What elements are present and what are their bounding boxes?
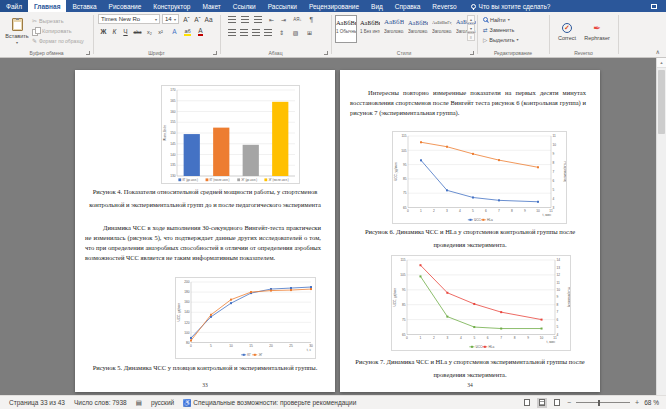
sort-button[interactable]: АЯ↓ (292, 14, 303, 25)
ribbon-tab-6[interactable]: Ссылки (227, 0, 262, 12)
scissors-icon: ✂ (32, 17, 37, 24)
web-layout-button[interactable] (552, 398, 562, 408)
figure5-line-chart[interactable]: 80100120140160180200051015202530t, сЧСС,… (175, 277, 316, 359)
text-effects-button[interactable]: А (169, 26, 180, 37)
shrink-font-button[interactable]: Аˇ (192, 14, 203, 25)
lightbulb-icon (471, 4, 476, 9)
ribbon-tab-11[interactable]: Reverso (426, 0, 462, 12)
zoom-level[interactable]: 68 % (644, 399, 659, 406)
figure6-caption[interactable]: Рисунок 6. Динамика ЧСС и HLа у спортсме… (354, 225, 586, 251)
figure7-line-chart[interactable]: 6575859510511545678910111213140123456789… (391, 255, 571, 351)
accessibility-checker[interactable]: ♿Специальные возможности: проверьте реко… (183, 399, 356, 407)
body-paragraph-left[interactable]: Динамика ЧСС в ходе выполнения 30-секунд… (85, 223, 321, 263)
document-page-right[interactable]: Интересны повторно измеренные показатели… (340, 70, 600, 392)
svg-text:9: 9 (527, 336, 529, 340)
styles-dialog-launcher[interactable] (470, 51, 474, 55)
zoom-in-button[interactable]: + (635, 399, 639, 406)
numbered-list-button[interactable] (239, 14, 250, 25)
style-card-0[interactable]: АаБбВвГг,1 Обычный (335, 15, 357, 43)
increase-indent-button[interactable]: ⇥ (278, 14, 289, 25)
scroll-up-icon[interactable]: ▲ (657, 58, 666, 68)
print-layout-button[interactable] (537, 398, 547, 408)
collapse-ribbon-button[interactable]: ∧ (656, 48, 660, 55)
font-dialog-launcher[interactable] (213, 51, 217, 55)
subscript-button[interactable]: x₂ (144, 26, 155, 37)
replace-button[interactable]: ⇄Заменить (483, 25, 514, 34)
style-gallery-down-button[interactable]: ▾ (467, 24, 475, 32)
grow-font-button[interactable]: Аˆ (181, 14, 192, 25)
word-count[interactable]: Число слов: 7938 (74, 399, 127, 406)
svg-text:135: 135 (170, 163, 176, 167)
align-left-button[interactable] (226, 27, 237, 38)
ribbon-tab-3[interactable]: Рисование (103, 0, 148, 12)
bold-button[interactable]: Ж (98, 26, 109, 37)
underline-button[interactable]: Ч (120, 26, 131, 37)
line-spacing-button[interactable]: ⇕ (276, 27, 287, 38)
ribbon-tab-7[interactable]: Рассылки (262, 0, 303, 12)
figure5-caption[interactable]: Рисунок 5. Динамика ЧСС у пловцов контро… (89, 361, 321, 374)
justify-button[interactable] (262, 27, 273, 38)
bullet-list-button[interactable] (226, 14, 237, 25)
ribbon-tab-8[interactable]: Рецензирование (303, 0, 365, 12)
borders-button[interactable]: ⊞ (304, 27, 315, 38)
document-page-left[interactable]: 130135140145150155160165170Wотн,Вт/кгКГ … (75, 70, 335, 392)
multilevel-list-button[interactable] (252, 14, 263, 25)
strikethrough-button[interactable]: abc (132, 26, 143, 37)
language-indicator[interactable]: русский (151, 399, 174, 406)
style-gallery-up-button[interactable]: ▴ (467, 15, 475, 23)
figure4-caption[interactable]: Рисунок 4. Показатели относительной сред… (89, 185, 321, 211)
font-size-combobox[interactable]: 14▾ (162, 14, 179, 24)
vertical-scrollbar[interactable]: ▲ (656, 58, 666, 395)
style-card-2[interactable]: АаБбВвЗаголово... (383, 15, 405, 43)
font-name-combobox[interactable]: Times New Ro▾ (98, 14, 160, 24)
align-center-button[interactable] (238, 27, 249, 38)
clipboard-dialog-launcher[interactable] (86, 51, 90, 55)
figure7-caption[interactable]: Рисунок 7. Динамика ЧСС и HLа у спортсме… (354, 355, 586, 381)
select-button[interactable]: ▷Выделить▾ (483, 35, 519, 44)
figure6-line-chart[interactable]: 657585951051153456789101101234567891011t… (392, 131, 567, 224)
change-case-button[interactable]: Аа (203, 14, 214, 25)
font-color-button[interactable]: А (195, 26, 206, 37)
align-right-button[interactable] (250, 27, 261, 38)
style-gallery-more-button[interactable]: ≡ (467, 33, 475, 41)
find-button[interactable]: Найти▾ (483, 15, 510, 24)
svg-text:1: 1 (420, 209, 422, 213)
style-card-4[interactable]: АаБбВвГгДдЗаголово... (431, 15, 453, 43)
scrollbar-thumb[interactable] (658, 70, 665, 134)
ribbon-tab-9[interactable]: Вид (365, 0, 389, 12)
highlight-button[interactable]: аб (182, 26, 193, 37)
proofing-icon[interactable]: ▤ (136, 399, 142, 407)
reverso-rephraser-button[interactable]: ✒Rephraser (583, 15, 611, 48)
svg-text:25: 25 (289, 344, 293, 348)
svg-text:170: 170 (170, 88, 176, 92)
reverso-correct-button[interactable]: ✓Correct (553, 15, 581, 48)
format-painter-button[interactable]: ✎Формат по образцу (32, 36, 84, 45)
figure4-bar-chart[interactable]: 130135140145150155160165170Wотн,Вт/кгКГ … (161, 85, 300, 184)
page-indicator[interactable]: Страница 33 из 43 (9, 399, 65, 406)
italic-button[interactable]: К (109, 26, 120, 37)
shading-button[interactable]: ▨ (290, 27, 301, 38)
decrease-indent-button[interactable]: ⇤ (266, 14, 277, 25)
read-mode-button[interactable] (522, 398, 532, 408)
paragraph-dialog-launcher[interactable] (324, 51, 328, 55)
style-card-1[interactable]: АаБбВвГг,1 Без инте... (359, 15, 381, 43)
ribbon-tab-4[interactable]: Конструктор (147, 0, 196, 12)
zoom-out-button[interactable]: − (567, 399, 571, 406)
superscript-button[interactable]: x² (155, 26, 166, 37)
zoom-slider[interactable] (576, 402, 630, 403)
ribbon-tab-1[interactable]: Главная (28, 0, 66, 12)
zoom-slider-thumb[interactable] (598, 400, 601, 406)
ribbon-tab-2[interactable]: Вставка (66, 0, 102, 12)
svg-text:10: 10 (557, 288, 561, 292)
copy-button[interactable]: Копировать (32, 26, 72, 35)
body-paragraph-right[interactable]: Интересны повторно измеренные показатели… (350, 88, 586, 118)
window-restore-button[interactable] (642, 0, 666, 12)
show-marks-button[interactable]: ¶ (306, 14, 317, 25)
cut-button[interactable]: ✂Вырезать (32, 16, 64, 25)
style-card-3[interactable]: АаБбВвГЗаголово... (407, 15, 429, 43)
ribbon-tab-10[interactable]: Справка (389, 0, 427, 12)
tell-me-search[interactable]: Что вы хотите сделать? (463, 0, 559, 12)
ribbon-tab-5[interactable]: Макет (196, 0, 226, 12)
paste-button[interactable]: Вставить▾ (4, 14, 30, 50)
ribbon-tab-0[interactable]: Файл (0, 0, 28, 12)
